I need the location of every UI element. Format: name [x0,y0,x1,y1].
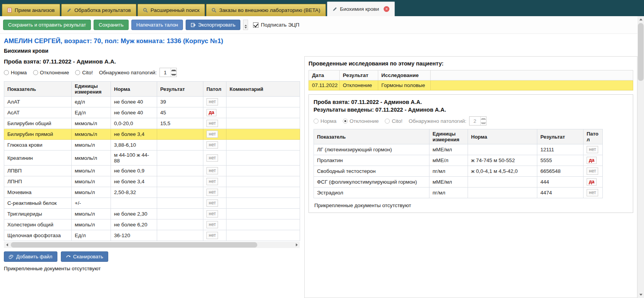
patol-badge: да [587,178,597,186]
analyte-row[interactable]: ЛПВП ммоль/л не более 0,9 нет [4,166,300,176]
detail-entered-line: Результаты введены: 07.11.2022 - Админов… [314,106,628,114]
toolbar-overflow-handle[interactable] [243,20,248,30]
analyte-result-cell[interactable]: 45 [157,107,203,118]
detail-header-row: Показатель Единицы измерения Норма Резул… [314,129,603,144]
col-edinitsy-izmereniya: Единицы измерения [429,129,468,144]
vertical-scrollbar[interactable] [637,16,644,298]
analyte-comment-cell[interactable] [226,151,300,166]
analyte-row[interactable]: Глюкоза крови ммоль/л 3,88-6,10 нет [4,140,300,151]
close-tab-icon[interactable]: × [384,6,389,12]
button-label: Напечатать талон [136,22,178,28]
analyte-comment-cell[interactable] [226,107,300,118]
button-label: Сканировать [73,254,103,259]
analyte-comment-cell[interactable] [226,198,300,209]
detail-analyte-row[interactable]: Пролактин мМЕ/л ж 74-745 м 50-552 5555 д… [314,155,603,166]
vertical-scroll-thumb[interactable] [638,23,644,81]
edit-icon [67,8,72,13]
tab-zakazy-vneshnyaya-laboratoriya[interactable]: Заказы во внешнюю лабораторию (BETA) [206,4,326,16]
analyte-unit: ммоль/л [72,176,111,187]
analyte-result-cell[interactable] [157,209,203,219]
analyte-result-cell[interactable] [157,187,203,198]
history-row[interactable]: 07.11.2022 Отклонение Гормоны половые [309,80,633,90]
scroll-thumb[interactable] [11,242,257,248]
analyte-norm [468,177,537,188]
radio-label: Отклонение [350,118,379,124]
analyte-comment-cell[interactable] [226,166,300,176]
analyte-result-cell[interactable] [157,219,203,230]
detail-analyte-row[interactable]: Эстрадиол пг/мл 4474 нет [314,188,603,198]
analyte-norm: не более 0,9 [111,166,157,176]
analyte-result-cell[interactable] [157,129,203,140]
analyte-comment-cell[interactable] [226,129,300,140]
scroll-left-icon[interactable] [4,242,10,248]
save-and-send-button[interactable]: Сохранить и отправить результат [3,20,91,30]
detail-analyte-row[interactable]: ЛГ (лютеинизирующий гормон) мМЕ/мл 12111… [314,144,603,155]
analyte-row[interactable]: Щелочная фосфотаза Ед/л 36-120 нет [4,230,300,241]
scroll-right-icon[interactable] [293,242,300,248]
spinner-down-icon[interactable] [171,72,176,77]
search-icon [211,8,216,13]
radio-label: Cito! [82,70,93,75]
tab-rasshirennyy-poisk[interactable]: Расширенный поиск [138,4,205,16]
analyte-row[interactable]: Холестерин общий ммоль/л не более 6,20 н… [4,219,300,230]
analyte-row[interactable]: ЛПНП ммоль/л не более 3,4 нет [4,176,300,187]
scan-button[interactable]: Сканировать [61,251,108,262]
button-label: Сохранить и отправить результат [8,22,86,28]
analyte-unit: ммоль/л [72,219,111,230]
tab-obrabotka-rezultatov[interactable]: Обработка результатов [61,4,136,16]
analyte-comment-cell[interactable] [226,140,300,151]
col-patol: Патол [584,129,603,144]
radio-cito[interactable]: Cito! [75,70,93,75]
detail-analyte-row[interactable]: Свободный тестостерон пг/мл ж 0,0-4,1 м … [314,166,603,177]
spinner-up-icon[interactable] [171,68,176,72]
analyte-result-cell[interactable] [157,230,203,241]
save-button[interactable]: Сохранить [94,20,129,30]
history-empty-cell [431,80,633,90]
radio-otklonenie[interactable]: Отклонение [33,70,69,75]
analyte-result-cell[interactable] [157,198,203,209]
analyte-row[interactable]: Триглицериды ммоль/л не более 2,30 нет [4,209,300,219]
analyte-comment-cell[interactable] [226,230,300,241]
analyte-patol-cell: нет [203,129,226,140]
analyte-row[interactable]: Мочевина ммоль/л 2,50-8,32 нет [4,187,300,198]
analyte-result-cell[interactable]: 39 [157,97,203,107]
analyte-unit: пг/мл [429,166,468,177]
analyte-row[interactable]: Билирубин прямой мкмоль/л не более 3,4 н… [4,129,300,140]
analyte-result-cell[interactable] [157,176,203,187]
analyte-comment-cell[interactable] [226,176,300,187]
tab-priem-analizov[interactable]: Прием анализов [2,4,60,16]
analyte-row[interactable]: АлАТ ед/л не более 40 39 нет [4,97,300,107]
spinner-up-icon [481,117,486,121]
scroll-up-icon[interactable] [637,16,644,23]
tab-biohimiya-krovi[interactable]: Биохимия крови × [327,2,395,16]
analyte-result-cell[interactable]: 15,5 [157,118,203,129]
analyte-row[interactable]: Билирубин общий мкмоль/л 0,0-20,0 15,5 н… [4,118,300,129]
radio-norma[interactable]: Норма [4,70,27,75]
analyte-row[interactable]: Креатинин мкмоль/л м 44-100 ж 44-88 нет [4,151,300,166]
scroll-down-icon[interactable] [637,291,644,298]
pathology-count-spinner[interactable]: 1 [159,68,177,77]
analyte-result-cell[interactable] [157,151,203,166]
pathology-count-value: 2 [470,117,480,125]
tab-label: Заказы во внешнюю лабораторию (BETA) [219,7,320,13]
export-button[interactable]: Экспортировать [186,20,240,30]
sign-ecp-checkbox[interactable] [253,22,258,28]
analyte-comment-cell[interactable] [226,97,300,107]
analyte-row[interactable]: С-реактивный белок +/- нет [4,198,300,209]
horizontal-scrollbar[interactable] [4,242,300,248]
analyte-comment-cell[interactable] [226,209,300,219]
analyte-result-cell[interactable] [157,166,203,176]
analyte-result-cell[interactable] [157,140,203,151]
analyte-norm: не более 40 [111,97,157,107]
analyte-comment-cell[interactable] [226,219,300,230]
detail-analyte-row[interactable]: ФСГ (фолликулостимулирующий гормон) мМЕ/… [314,177,603,188]
patient-history-panel: Проведенные исследования по этому пациен… [304,56,637,298]
analyte-comment-cell[interactable] [226,118,300,129]
print-ticket-button[interactable]: Напечатать талон [131,20,183,30]
sample-taken-line: Проба взята: 07.11.2022 - Админов А.А. [4,54,300,65]
analyte-row[interactable]: АсАТ Ед/л не более 40 45 да [4,107,300,118]
add-file-button[interactable]: Добавить файл [4,251,57,262]
analyte-norm: ж 74-745 м 50-552 [468,155,537,166]
analyte-comment-cell[interactable] [226,187,300,198]
scroll-track[interactable] [10,242,293,248]
